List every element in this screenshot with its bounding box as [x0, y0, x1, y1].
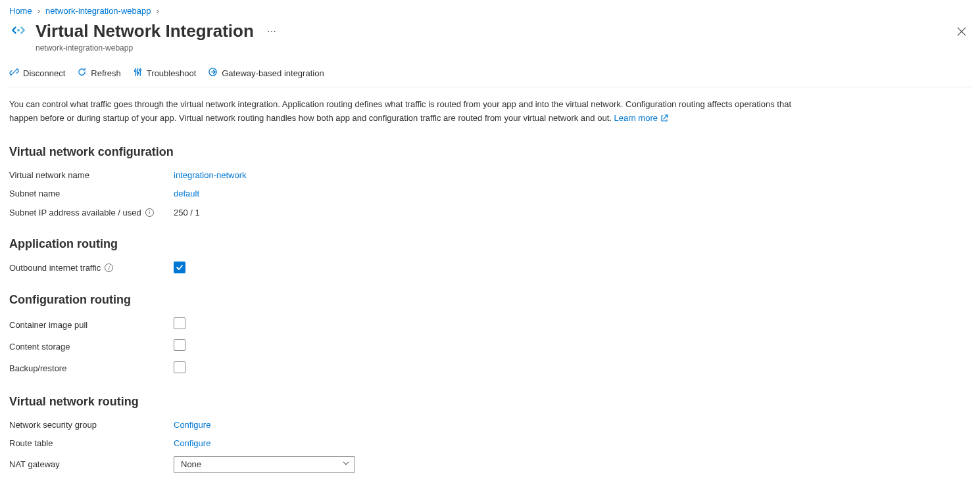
info-icon[interactable]: i — [105, 263, 113, 272]
troubleshoot-icon — [133, 67, 143, 80]
svg-point-3 — [139, 70, 141, 72]
breadcrumb-home-link[interactable]: Home — [9, 5, 32, 17]
refresh-button[interactable]: Refresh — [77, 67, 121, 80]
backup-restore-checkbox[interactable] — [174, 361, 185, 373]
container-image-pull-checkbox[interactable] — [174, 317, 185, 329]
info-icon[interactable]: i — [145, 208, 154, 217]
svg-point-1 — [134, 70, 136, 72]
refresh-icon — [77, 67, 87, 80]
breadcrumb-resource-link[interactable]: network-integration-webapp — [45, 5, 151, 17]
page-subtitle: network-integration-webapp — [36, 43, 280, 54]
intro-text: You can control what traffic goes throug… — [9, 98, 798, 127]
troubleshoot-label: Troubleshoot — [147, 68, 196, 80]
refresh-label: Refresh — [91, 68, 121, 80]
disconnect-icon — [9, 67, 19, 80]
vnet-config-heading: Virtual network configuration — [9, 144, 798, 160]
backup-restore-label: Backup/restore — [9, 363, 174, 375]
webapp-icon — [9, 21, 28, 43]
arrow-circle-icon — [208, 67, 218, 80]
nsg-label: Network security group — [9, 419, 174, 431]
troubleshoot-button[interactable]: Troubleshoot — [133, 67, 196, 80]
config-routing-heading: Configuration routing — [9, 292, 798, 308]
gateway-integration-button[interactable]: Gateway-based integration — [208, 67, 324, 80]
route-table-configure-link[interactable]: Configure — [174, 438, 210, 448]
chevron-right-icon: › — [37, 5, 40, 17]
subnet-ip-label: Subnet IP address available / used i — [9, 207, 174, 219]
container-image-pull-label: Container image pull — [9, 319, 174, 331]
subnet-name-label: Subnet name — [9, 188, 174, 200]
learn-more-link[interactable]: Learn more — [614, 113, 668, 123]
route-table-label: Route table — [9, 438, 174, 449]
page-title: Virtual Network Integration — [36, 21, 254, 41]
external-link-icon — [660, 113, 668, 127]
subnet-ip-label-text: Subnet IP address available / used — [9, 207, 141, 219]
vnet-routing-heading: Virtual network routing — [9, 394, 798, 410]
subnet-ip-value: 250 / 1 — [174, 207, 200, 219]
svg-point-2 — [137, 72, 139, 74]
subnet-name-link[interactable]: default — [174, 189, 199, 198]
vnet-name-link[interactable]: integration-network — [174, 170, 247, 180]
close-button[interactable] — [952, 22, 971, 41]
app-routing-heading: Application routing — [9, 236, 798, 252]
content-storage-label: Content storage — [9, 341, 174, 353]
outbound-traffic-label: Outbound internet traffic i — [9, 262, 174, 274]
breadcrumb: Home › network-integration-webapp › — [9, 5, 971, 17]
vnet-name-label: Virtual network name — [9, 170, 174, 181]
gateway-integration-label: Gateway-based integration — [222, 68, 324, 80]
chevron-right-icon: › — [156, 5, 159, 17]
content-storage-checkbox[interactable] — [174, 339, 185, 351]
svg-point-0 — [17, 29, 20, 32]
outbound-traffic-label-text: Outbound internet traffic — [9, 262, 101, 274]
disconnect-label: Disconnect — [23, 68, 65, 80]
learn-more-label: Learn more — [614, 113, 657, 123]
outbound-traffic-checkbox[interactable] — [174, 262, 185, 273]
nat-gateway-select[interactable]: None — [174, 456, 355, 473]
command-bar: Disconnect Refresh Troubleshoot — [9, 59, 971, 87]
nsg-configure-link[interactable]: Configure — [174, 420, 210, 430]
nat-gateway-selected-value: None — [181, 459, 201, 470]
nat-gateway-label: NAT gateway — [9, 459, 174, 470]
disconnect-button[interactable]: Disconnect — [9, 67, 65, 80]
more-actions-button[interactable]: ⋯ — [263, 24, 280, 39]
page-header: Virtual Network Integration ⋯ network-in… — [9, 21, 971, 54]
intro-body: You can control what traffic goes throug… — [9, 99, 791, 123]
